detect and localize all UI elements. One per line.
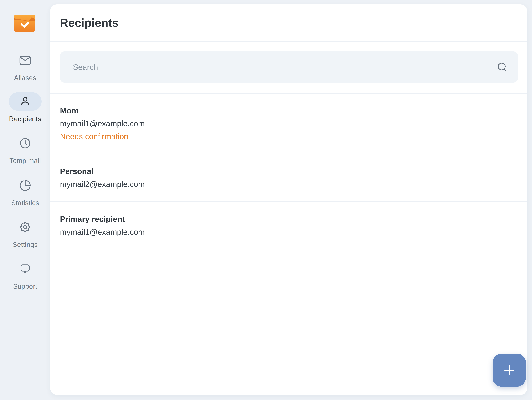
sidebar-item-label: Statistics xyxy=(11,199,39,207)
sidebar-item-recipients[interactable]: Recipients xyxy=(0,92,50,123)
recipient-email: mymail2@example.com xyxy=(60,178,517,191)
recipient-list: Mom mymail1@example.com Needs confirmati… xyxy=(50,94,527,249)
sidebar-item-aliases[interactable]: Aliases xyxy=(0,51,50,82)
search-box xyxy=(60,52,518,83)
sidebar-item-statistics[interactable]: Statistics xyxy=(0,176,50,207)
recipient-row-mom[interactable]: Mom mymail1@example.com Needs confirmati… xyxy=(50,94,527,154)
sidebar: Aliases Recipients Temp mail xyxy=(0,0,50,400)
clock-icon xyxy=(9,134,42,153)
page-header: Recipients xyxy=(50,4,527,42)
person-icon xyxy=(9,92,42,111)
recipient-name: Mom xyxy=(60,104,517,117)
sidebar-item-settings[interactable]: Settings xyxy=(0,218,50,249)
main-panel: Recipients Mom mymail1@example.com Needs… xyxy=(50,4,527,395)
add-recipient-button[interactable] xyxy=(493,354,526,387)
speech-bubble-icon xyxy=(9,260,42,278)
sidebar-item-label: Aliases xyxy=(14,74,36,82)
sidebar-item-label: Settings xyxy=(13,241,38,249)
sidebar-item-label: Support xyxy=(13,282,37,290)
envelope-check-logo-icon xyxy=(14,15,35,32)
search-section xyxy=(50,42,527,94)
sidebar-item-label: Temp mail xyxy=(9,157,41,165)
recipient-row-primary[interactable]: Primary recipient mymail1@example.com xyxy=(50,201,527,249)
sidebar-item-label: Recipients xyxy=(9,115,41,123)
recipient-row-personal[interactable]: Personal mymail2@example.com xyxy=(50,154,527,201)
plus-icon xyxy=(502,363,517,378)
app-logo[interactable] xyxy=(14,15,35,32)
app-root: Aliases Recipients Temp mail xyxy=(0,0,532,400)
recipient-name: Primary recipient xyxy=(60,213,517,226)
envelope-icon xyxy=(9,51,42,70)
pie-chart-icon xyxy=(9,176,42,195)
search-input[interactable] xyxy=(60,52,495,83)
recipient-status: Needs confirmation xyxy=(60,130,517,143)
search-icon[interactable] xyxy=(495,60,509,74)
page-title: Recipients xyxy=(60,16,119,30)
recipient-email: mymail1@example.com xyxy=(60,226,517,238)
sidebar-item-support[interactable]: Support xyxy=(0,260,50,290)
recipient-name: Personal xyxy=(60,165,517,178)
sidebar-item-temp-mail[interactable]: Temp mail xyxy=(0,134,50,165)
gear-icon xyxy=(9,218,42,237)
recipient-email: mymail1@example.com xyxy=(60,117,517,130)
